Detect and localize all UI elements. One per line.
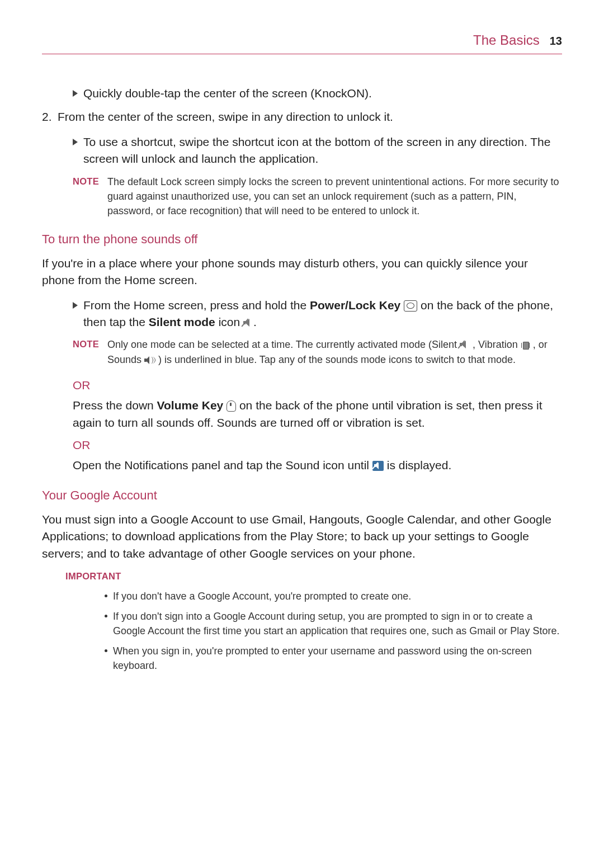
text-fragment: From the Home screen, press and hold the (83, 299, 310, 312)
or-separator: OR (73, 437, 562, 454)
important-label: IMPORTANT (65, 570, 562, 583)
text-fragment: Press the down (73, 399, 157, 412)
step-text: From the center of the screen, swipe in … (58, 108, 562, 125)
bold-text: Volume Key (157, 399, 224, 412)
list-item: If you don't have a Google Account, you'… (105, 589, 562, 603)
important-block: IMPORTANT If you don't have a Google Acc… (65, 570, 562, 673)
section-heading-sounds-off: To turn the phone sounds off (42, 230, 562, 248)
bullet-text: From the Home screen, press and hold the… (83, 297, 562, 331)
body-paragraph: Press the down Volume Key on the back of… (73, 397, 562, 431)
numbered-step: 2. From the center of the screen, swipe … (42, 108, 562, 125)
step-number: 2. (42, 108, 58, 125)
power-lock-key-icon (404, 300, 417, 312)
section-heading-google-account: Your Google Account (42, 487, 562, 504)
vibration-icon (521, 341, 530, 349)
text-fragment: icon (219, 315, 243, 328)
bullet-text: When you sign in, you're prompted to ent… (113, 644, 562, 673)
note-label: NOTE (73, 174, 107, 218)
silent-mode-icon (243, 318, 253, 327)
bold-text: Power/Lock Key (310, 299, 400, 312)
text-fragment: Open the Notifications panel and tap the… (73, 459, 372, 471)
text-fragment: Only one mode can be selected at a time.… (107, 339, 460, 350)
bold-text: Silent mode (149, 315, 215, 328)
list-item: From the Home screen, press and hold the… (73, 297, 562, 331)
text-fragment: is displayed. (387, 459, 452, 471)
note-text: The default Lock screen simply locks the… (107, 174, 562, 218)
body-paragraph: If you're in a place where your phone so… (42, 255, 562, 289)
or-separator: OR (73, 377, 562, 394)
dot-bullet-icon (105, 615, 107, 617)
list-item: When you sign in, you're prompted to ent… (105, 644, 562, 673)
list-item: To use a shortcut, swipe the shortcut ic… (73, 134, 562, 168)
note-label: NOTE (73, 337, 107, 366)
note-block: NOTE The default Lock screen simply lock… (73, 174, 562, 218)
bullet-text: Quickly double-tap the center of the scr… (83, 85, 562, 102)
page-header: The Basics 13 (42, 31, 562, 54)
note-text: Only one mode can be selected at a time.… (107, 337, 562, 366)
bullet-text: If you don't sign into a Google Account … (113, 609, 562, 638)
text-fragment: , Vibration (473, 339, 521, 350)
body-paragraph: You must sign into a Google Account to u… (42, 511, 562, 562)
triangle-bullet-icon (73, 302, 78, 309)
dot-bullet-icon (105, 649, 107, 652)
triangle-bullet-icon (73, 90, 78, 97)
triangle-bullet-icon (73, 139, 78, 145)
bullet-text: If you don't have a Google Account, you'… (113, 589, 562, 603)
volume-key-icon (226, 400, 236, 412)
silent-mode-icon (460, 340, 470, 349)
header-title: The Basics (473, 31, 540, 50)
body-paragraph: Open the Notifications panel and tap the… (73, 457, 562, 474)
sounds-on-icon (144, 356, 155, 364)
text-fragment: ) is underlined in blue. Tap any of the … (158, 354, 516, 365)
dot-bullet-icon (105, 595, 107, 597)
page-number: 13 (550, 33, 562, 49)
list-item: Quickly double-tap the center of the scr… (73, 85, 562, 102)
sound-off-tile-icon (372, 461, 384, 471)
list-item: If you don't sign into a Google Account … (105, 609, 562, 638)
bullet-text: To use a shortcut, swipe the shortcut ic… (83, 134, 562, 168)
note-block: NOTE Only one mode can be selected at a … (73, 337, 562, 366)
